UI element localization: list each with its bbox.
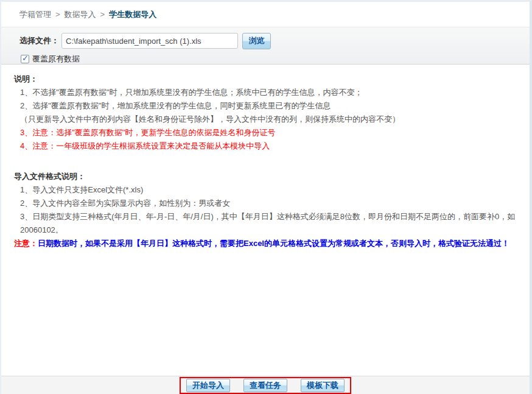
file-select-label: 选择文件：	[19, 35, 59, 46]
overwrite-checkbox-label: 覆盖原有数据	[32, 54, 80, 65]
file-path-input[interactable]	[61, 33, 238, 49]
view-tasks-button[interactable]: 查看任务	[243, 379, 287, 392]
format-notice: 注意：日期数据时，如果不是采用【年月日】这种格式时，需要把Excel的单元格格式…	[14, 237, 517, 250]
instruction-line: 2、导入文件内容全部为实际显示内容，如性别为：男或者女	[20, 197, 517, 210]
instruction-line: （只更新导入文件中有的列内容【姓名和身份证号除外】，导入文件中没有的列，则保持系…	[20, 113, 517, 126]
instructions-title: 说明：	[14, 72, 517, 86]
notice-prefix: 注意：	[14, 239, 38, 248]
breadcrumb-separator: >	[100, 10, 105, 19]
instruction-line: 3、日期类型支持三种格式(年月日、年-月-日、年/月/日)，其中【年月日】这种格…	[20, 210, 517, 237]
start-import-button[interactable]: 开始导入	[186, 379, 230, 392]
main-content: 说明： 1、不选择"覆盖原有数据"时，只增加系统里没有的学生信息；系统中已有的学…	[1, 65, 530, 376]
instruction-line: 4、注意：一年级班级的学生根据系统设置来决定是否能从本模块中导入	[20, 139, 517, 153]
notice-body: 日期数据时，如果不是采用【年月日】这种格式时，需要把Excel的单元格格式设置为…	[38, 239, 509, 248]
breadcrumb: 学籍管理 > 数据导入 > 学生数据导入	[1, 2, 530, 27]
file-select-toolbar: 选择文件： 浏览 ✓ 覆盖原有数据	[1, 27, 530, 65]
breadcrumb-item-xueji[interactable]: 学籍管理	[19, 9, 51, 20]
highlight-box: 开始导入 查看任务 模板下载	[180, 377, 351, 394]
browse-button[interactable]: 浏览	[242, 33, 271, 49]
breadcrumb-separator: >	[55, 10, 60, 19]
overwrite-checkbox[interactable]: ✓	[21, 55, 29, 63]
instructions-section: 说明： 1、不选择"覆盖原有数据"时，只增加系统里没有的学生信息；系统中已有的学…	[14, 72, 517, 153]
overwrite-checkbox-row[interactable]: ✓ 覆盖原有数据	[21, 54, 530, 65]
instruction-line: 1、不选择"覆盖原有数据"时，只增加系统里没有的学生信息；系统中已有的学生信息，…	[20, 86, 517, 99]
student-import-page: 学籍管理 > 数据导入 > 学生数据导入 选择文件： 浏览 ✓ 覆盖原有数据 说…	[0, 0, 532, 394]
checkbox-check-icon: ✓	[22, 54, 29, 63]
footer-action-bar: 开始导入 查看任务 模板下载	[1, 376, 530, 394]
file-row: 选择文件： 浏览	[19, 32, 530, 49]
template-download-button[interactable]: 模板下载	[301, 379, 345, 392]
instruction-line: 1、导入文件只支持Excel文件(*.xls)	[20, 183, 517, 197]
format-section: 导入文件格式说明： 1、导入文件只支持Excel文件(*.xls)2、导入文件内…	[14, 170, 517, 250]
breadcrumb-item-data-import[interactable]: 数据导入	[65, 9, 96, 20]
breadcrumb-current-page: 学生数据导入	[109, 9, 156, 20]
instructions-lines: 1、不选择"覆盖原有数据"时，只增加系统里没有的学生信息；系统中已有的学生信息，…	[14, 86, 517, 153]
format-lines: 1、导入文件只支持Excel文件(*.xls)2、导入文件内容全部为实际显示内容…	[14, 183, 517, 237]
instruction-line: 3、注意：选择"覆盖原有数据"时，更新学生信息的依据是姓名和身份证号	[20, 126, 517, 139]
format-title: 导入文件格式说明：	[14, 170, 517, 183]
instruction-line: 2、选择"覆盖原有数据"时，增加系统里没有的学生信息，同时更新系统里已有的学生信…	[20, 99, 517, 113]
